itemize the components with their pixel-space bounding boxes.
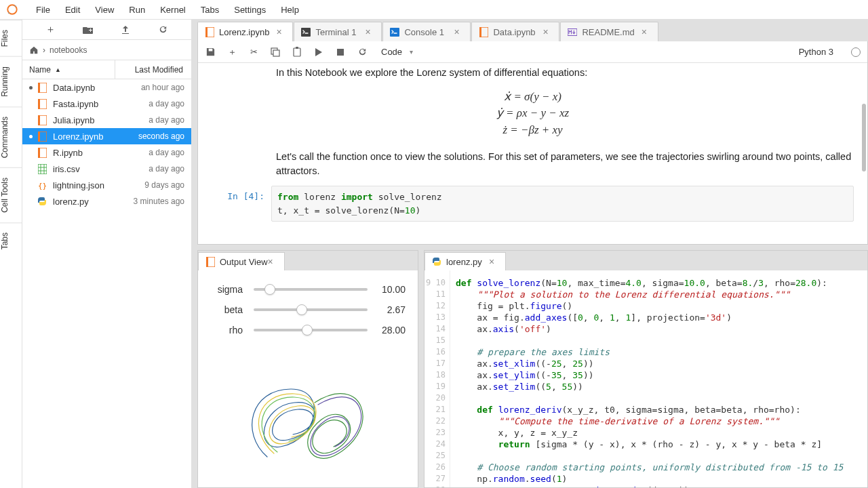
main-tab[interactable]: Console 1× bbox=[382, 22, 471, 41]
file-modified: a day ago bbox=[117, 99, 184, 108]
markdown-text: In this Notebook we explore the Lorenz s… bbox=[276, 66, 854, 81]
notebook-body[interactable]: In this Notebook we explore the Lorenz s… bbox=[198, 63, 867, 244]
file-name: Lorenz.ipynb bbox=[53, 131, 117, 142]
refresh-icon[interactable] bbox=[157, 24, 168, 35]
svg-text:{}: {} bbox=[38, 182, 47, 190]
tab-type-icon bbox=[479, 27, 488, 37]
menu-item-settings[interactable]: Settings bbox=[226, 5, 273, 15]
column-name[interactable]: Name▲ bbox=[22, 60, 115, 79]
close-icon[interactable]: × bbox=[268, 257, 277, 266]
menu-item-help[interactable]: Help bbox=[273, 5, 307, 15]
menu-item-kernel[interactable]: Kernel bbox=[153, 5, 193, 15]
file-name: Julia.ipynb bbox=[53, 115, 117, 125]
cell-code[interactable]: from lorenz import solve_lorenz t, x_t =… bbox=[271, 186, 854, 222]
close-icon[interactable]: × bbox=[276, 27, 285, 37]
tab-type-icon bbox=[301, 27, 311, 37]
paste-icon[interactable] bbox=[292, 47, 302, 58]
tab-type-icon bbox=[390, 27, 399, 37]
left-tab-cell-tools[interactable]: Cell Tools bbox=[0, 167, 22, 222]
left-tab-files[interactable]: Files bbox=[0, 20, 22, 56]
file-row[interactable]: Julia.ipynba day ago bbox=[22, 112, 191, 128]
column-modified[interactable]: Last Modified bbox=[115, 65, 191, 75]
slider-rho[interactable]: rho28.00 bbox=[210, 325, 406, 336]
slider-sigma[interactable]: sigma10.00 bbox=[210, 284, 406, 295]
code-editor[interactable]: 9 10 11 12 13 14 15 16 17 18 19 20 21 22… bbox=[425, 270, 867, 487]
close-icon[interactable]: × bbox=[454, 27, 463, 37]
dock-panel: Lorenz.ipynb×Terminal 1×Console 1×Data.i… bbox=[192, 20, 868, 488]
cell-type-select[interactable]: Code bbox=[378, 45, 416, 58]
upload-icon[interactable] bbox=[120, 24, 131, 35]
save-icon[interactable] bbox=[205, 47, 216, 58]
restart-icon[interactable] bbox=[357, 47, 368, 58]
menu-item-view[interactable]: View bbox=[87, 5, 121, 15]
file-row[interactable]: Data.ipynban hour ago bbox=[22, 79, 191, 96]
file-row[interactable]: iris.csva day ago bbox=[22, 161, 191, 177]
file-row[interactable]: R.ipynba day ago bbox=[22, 144, 191, 161]
slider-track[interactable] bbox=[254, 288, 368, 291]
tab-output-view[interactable]: Output View × bbox=[198, 252, 285, 270]
menu-item-edit[interactable]: Edit bbox=[58, 5, 87, 15]
code-content[interactable]: def solve_lorenz(N=10, max_time=4.0, sig… bbox=[450, 270, 867, 487]
slider-label: rho bbox=[210, 325, 250, 336]
slider-thumb[interactable] bbox=[296, 304, 307, 315]
slider-value: 28.00 bbox=[372, 325, 406, 336]
main-tab[interactable]: Data.ipynb× bbox=[471, 22, 559, 41]
sort-asc-icon: ▲ bbox=[55, 66, 61, 73]
file-row[interactable]: {}lightning.json9 days ago bbox=[22, 177, 191, 193]
left-tab-running[interactable]: Running bbox=[0, 56, 22, 106]
close-icon[interactable]: × bbox=[489, 257, 498, 266]
svg-point-1 bbox=[14, 5, 16, 7]
file-row[interactable]: Lorenz.ipynbseconds ago bbox=[22, 128, 191, 144]
notebook-toolbar: ＋ ✂ Code Python 3 bbox=[198, 41, 867, 63]
new-folder-icon[interactable] bbox=[83, 24, 94, 35]
file-modified: seconds ago bbox=[117, 131, 184, 141]
slider-track[interactable] bbox=[254, 329, 368, 331]
main-tab[interactable]: README.md× bbox=[560, 22, 658, 41]
left-tab-tabs[interactable]: Tabs bbox=[0, 222, 22, 259]
markdown-text: Let's call the function once to view the… bbox=[276, 150, 854, 180]
slider-thumb[interactable] bbox=[264, 284, 275, 295]
stop-icon[interactable] bbox=[335, 47, 346, 58]
file-type-icon bbox=[37, 147, 47, 158]
menubar: FileEditViewRunKernelTabsSettingsHelp bbox=[0, 0, 868, 20]
main-tab-bar: Lorenz.ipynb×Terminal 1×Console 1×Data.i… bbox=[197, 20, 868, 41]
left-tab-commands[interactable]: Commands bbox=[0, 106, 22, 167]
slider-beta[interactable]: beta2.67 bbox=[210, 304, 406, 315]
code-cell[interactable]: In [4]: from lorenz import solve_lorenz … bbox=[212, 186, 854, 222]
tab-label: Terminal 1 bbox=[315, 27, 358, 37]
main-tab[interactable]: Lorenz.ipynb× bbox=[197, 22, 293, 41]
file-row[interactable]: Fasta.ipynba day ago bbox=[22, 96, 191, 112]
menu-item-file[interactable]: File bbox=[28, 5, 58, 15]
slider-track[interactable] bbox=[254, 308, 368, 311]
tab-lorenz-py[interactable]: lorenz.py × bbox=[425, 252, 506, 270]
file-row[interactable]: lorenz.py3 minutes ago bbox=[22, 193, 191, 209]
new-launcher-icon[interactable]: ＋ bbox=[45, 24, 56, 35]
main-tab[interactable]: Terminal 1× bbox=[294, 22, 382, 41]
slider-thumb[interactable] bbox=[302, 325, 313, 336]
kernel-name[interactable]: Python 3 bbox=[799, 47, 833, 57]
close-icon[interactable]: × bbox=[365, 27, 374, 37]
svg-rect-14 bbox=[38, 148, 40, 158]
cut-icon[interactable]: ✂ bbox=[248, 47, 259, 58]
cell-prompt: In [4]: bbox=[212, 186, 271, 222]
copy-icon[interactable] bbox=[270, 47, 281, 58]
output-view-panel: Output View × sigma10.00beta2.67rho28.00 bbox=[197, 250, 418, 488]
home-icon[interactable] bbox=[29, 45, 39, 55]
file-type-icon bbox=[37, 82, 47, 93]
breadcrumb-folder[interactable]: notebooks bbox=[50, 45, 87, 55]
tab-type-icon bbox=[205, 27, 214, 37]
run-icon[interactable] bbox=[313, 47, 324, 58]
file-type-icon: {} bbox=[37, 180, 47, 190]
close-icon[interactable]: × bbox=[642, 27, 651, 37]
left-tab-bar: FilesRunningCommandsCell ToolsTabs bbox=[0, 20, 22, 488]
close-icon[interactable]: × bbox=[542, 27, 552, 37]
slider-label: sigma bbox=[210, 284, 250, 295]
svg-rect-26 bbox=[294, 48, 300, 56]
equation-block: ẋ = σ(y − x) ẏ = ρx − y − xz ż = −βz + x… bbox=[212, 89, 854, 139]
scrollbar-thumb[interactable] bbox=[862, 104, 866, 171]
file-modified: an hour ago bbox=[117, 83, 184, 92]
menu-item-tabs[interactable]: Tabs bbox=[193, 5, 226, 15]
menu-item-run[interactable]: Run bbox=[121, 5, 153, 15]
add-cell-icon[interactable]: ＋ bbox=[226, 47, 237, 58]
breadcrumb[interactable]: › notebooks bbox=[22, 40, 191, 60]
